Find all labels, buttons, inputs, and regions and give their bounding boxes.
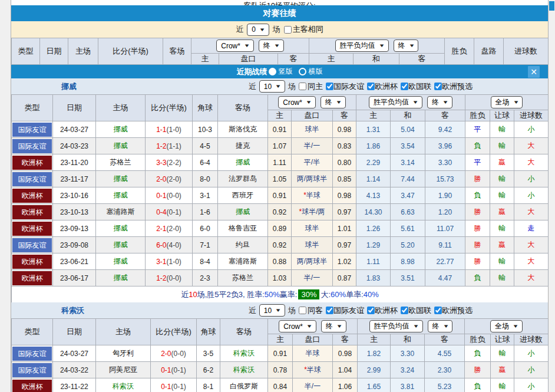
league-badge[interactable]: 欧洲杯: [12, 270, 53, 286]
match-score[interactable]: 2-0(2-0): [146, 171, 193, 187]
match-score[interactable]: 1-2(1-1): [146, 138, 193, 154]
match-score[interactable]: 2-1(2-0): [146, 220, 193, 237]
final-select[interactable]: 终▼: [428, 320, 453, 332]
team-name[interactable]: 挪威: [61, 81, 77, 92]
summary-segment: 场,胜5平2负3, 胜率:: [197, 289, 265, 300]
final-select[interactable]: 终▼: [321, 96, 346, 108]
away-team[interactable]: 法罗群岛: [218, 171, 268, 187]
league-badge[interactable]: 国际友谊: [12, 171, 53, 187]
col-score: 比分(半场): [98, 38, 163, 65]
home-team[interactable]: 科索沃: [96, 378, 151, 392]
league-badge[interactable]: 欧洲杯: [12, 154, 53, 171]
scope-select[interactable]: 全场▼: [491, 96, 523, 108]
norway-matches-table: 类型 日期 主场 比分(半场) 角球 客场 Crow*▼ 终▼ 胜平负均: [11, 94, 549, 286]
friendly-checkbox[interactable]: [326, 83, 333, 90]
home-team[interactable]: 挪威: [96, 237, 146, 253]
league-filter-nations: 欧国联: [401, 305, 431, 316]
avg-odds-select[interactable]: 胜平负均值▼: [335, 39, 389, 52]
league-badge[interactable]: 国际友谊: [12, 237, 53, 253]
league-badge[interactable]: 欧洲杯: [12, 204, 53, 220]
league-badge[interactable]: 国际友谊: [12, 345, 53, 362]
away-team[interactable]: 斯洛伐克: [218, 121, 268, 138]
match-score[interactable]: 2-0(0-0): [151, 345, 197, 362]
away-team[interactable]: 白俄罗斯: [220, 378, 268, 392]
win-draw-loss-result: 勝: [465, 220, 490, 237]
nations-checkbox[interactable]: [401, 307, 408, 314]
same-home-away-checkbox[interactable]: [284, 26, 292, 34]
away-team[interactable]: 挪威: [218, 204, 268, 220]
qualifier-checkbox[interactable]: [434, 83, 442, 90]
league-badge[interactable]: 国际友谊: [12, 362, 53, 378]
team-name[interactable]: 科索沃: [61, 305, 84, 316]
home-team[interactable]: 挪威: [96, 253, 146, 270]
away-team[interactable]: 挪威: [218, 154, 268, 171]
league-badge[interactable]: 欧洲杯: [12, 253, 53, 270]
avg-odds-select[interactable]: 胜平负均值▼: [369, 96, 422, 108]
away-team[interactable]: 苏格兰: [218, 270, 268, 286]
match-score[interactable]: 0-1(0-0): [146, 187, 193, 204]
match-score[interactable]: 1-1(1-0): [146, 121, 193, 138]
league-badge[interactable]: 欧洲杯: [12, 187, 53, 204]
away-team[interactable]: 塞浦路斯: [218, 253, 268, 270]
home-team[interactable]: 挪威: [96, 171, 146, 187]
kosovo-matches-table: 类型 日期 主场 比分(半场) 角球 客场 Crow*▼ 终▼ 胜平负均: [11, 318, 549, 392]
euro-checkbox[interactable]: [367, 307, 375, 314]
qualifier-checkbox[interactable]: [434, 307, 442, 314]
bookmaker-select[interactable]: Crow*▼: [216, 39, 254, 52]
nations-checkbox[interactable]: [401, 83, 408, 90]
same-home-checkbox[interactable]: [299, 83, 306, 90]
home-team[interactable]: 塞浦路斯: [96, 204, 146, 220]
away-team[interactable]: 科索沃: [220, 362, 268, 378]
league-badge[interactable]: 国际友谊: [12, 138, 53, 154]
away-team[interactable]: 科索沃: [220, 345, 268, 362]
match-score[interactable]: 0-1(0-1): [151, 362, 197, 378]
match-score[interactable]: 1-2(0-0): [146, 270, 193, 286]
match-score[interactable]: 3-1(1-0): [146, 253, 193, 270]
final-select[interactable]: 终▼: [427, 96, 452, 108]
home-team[interactable]: 挪威: [96, 187, 146, 204]
avg-odds-select[interactable]: 胜平负均值▼: [369, 320, 423, 332]
final-select[interactable]: 终▼: [259, 39, 284, 52]
league-badge[interactable]: 欧洲杯: [12, 378, 53, 392]
match-score[interactable]: 3-3(2-2): [146, 154, 193, 171]
home-team[interactable]: 挪威: [96, 138, 146, 154]
home-team[interactable]: 挪威: [96, 121, 146, 138]
col-odds-away: 客: [333, 110, 356, 121]
final-select[interactable]: 终▼: [321, 320, 346, 332]
recent-title-bar: 近期战绩 竖版 横版 ✕: [11, 65, 548, 78]
away-team[interactable]: 西班牙: [218, 187, 268, 204]
friendly-checkbox[interactable]: [326, 307, 333, 314]
over-under-result: 小: [514, 345, 549, 362]
home-team[interactable]: 挪威: [96, 270, 146, 286]
recent-count-select[interactable]: 10▼: [259, 304, 285, 317]
match-row: 国际友谊24-03-22阿美尼亚0-1(0-1)6-2科索沃0.78*半球1.0…: [12, 362, 549, 378]
col-type: 类型: [12, 95, 53, 121]
horizontal-radio[interactable]: [299, 68, 306, 75]
vertical-radio[interactable]: [269, 68, 276, 75]
recent-count-select[interactable]: 10▼: [259, 80, 285, 93]
home-team[interactable]: 苏格兰: [96, 154, 146, 171]
bookmaker-select[interactable]: Crow*▼: [278, 96, 316, 108]
home-team[interactable]: 阿美尼亚: [96, 362, 151, 378]
euro-checkbox[interactable]: [367, 83, 375, 90]
corner-score: 8-1: [197, 378, 220, 392]
same-away-checkbox[interactable]: [299, 307, 306, 314]
league-badge[interactable]: 欧洲杯: [12, 220, 53, 237]
h2h-count-select[interactable]: 0▼: [247, 24, 269, 36]
match-score[interactable]: 6-0(4-0): [146, 237, 193, 253]
away-team[interactable]: 格鲁吉亚: [218, 220, 268, 237]
home-team[interactable]: 挪威: [96, 220, 146, 237]
final-select[interactable]: 终▼: [394, 39, 419, 52]
scrollbar[interactable]: [549, 0, 555, 392]
league-badge[interactable]: 国际友谊: [12, 121, 53, 138]
away-team[interactable]: 捷克: [218, 138, 268, 154]
away-team[interactable]: 约旦: [218, 237, 268, 253]
bookmaker-select[interactable]: Crow*▼: [279, 320, 316, 332]
home-team[interactable]: 匈牙利: [96, 345, 151, 362]
handicap-result: 贏: [491, 362, 514, 378]
close-icon[interactable]: ✕: [528, 66, 540, 78]
match-score[interactable]: 0-1(0-1): [151, 378, 197, 392]
scope-select[interactable]: 全场▼: [490, 320, 523, 332]
match-score[interactable]: 0-4(0-1): [146, 204, 193, 220]
scrollbar-thumb[interactable]: [549, 1, 554, 11]
